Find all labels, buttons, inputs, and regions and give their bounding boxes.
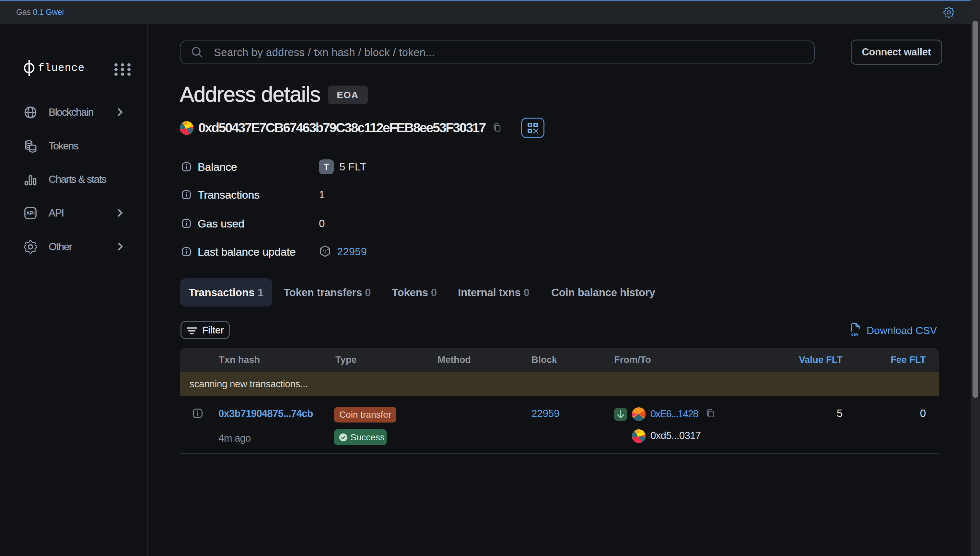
svg-text:API: API — [26, 211, 35, 216]
svg-text:csv: csv — [851, 332, 859, 336]
